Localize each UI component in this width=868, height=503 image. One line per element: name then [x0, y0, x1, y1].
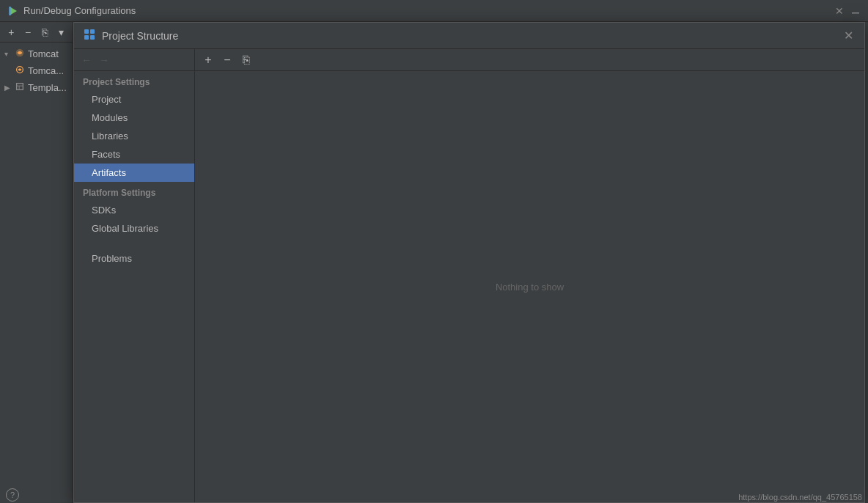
ps-nav-problems[interactable]: Problems: [74, 249, 194, 268]
tomcat-group: ▾ Tomcat: [0, 45, 73, 79]
svg-rect-1: [9, 7, 11, 15]
ps-copy-btn[interactable]: ⎘: [239, 53, 254, 67]
ps-nav-facets[interactable]: Facets: [74, 145, 194, 164]
project-structure-overlay: Project Structure ✕ ← → Project Settings…: [73, 22, 865, 503]
svg-rect-2: [852, 12, 859, 14]
ps-nav-global-libraries[interactable]: Global Libraries: [74, 219, 194, 238]
window-controls: ✕: [834, 6, 861, 16]
run-debug-icon: [7, 5, 19, 17]
status-bar: https://blog.csdn.net/qq_45765158: [732, 491, 868, 503]
left-panel: + − ⎘ ▾ ▾ Tomcat: [0, 22, 73, 503]
minimize-window-btn[interactable]: [850, 6, 861, 16]
ps-sidebar: ← → Project Settings Project Modules Lib…: [74, 49, 195, 502]
ps-nav-modules[interactable]: Modules: [74, 109, 194, 127]
tomcat-item[interactable]: Tomca...: [0, 62, 73, 79]
svg-rect-10: [84, 35, 89, 40]
svg-rect-11: [90, 35, 95, 40]
ps-main-toolbar: + − ⎘: [195, 49, 864, 71]
templates-chevron-right: ▶: [4, 84, 12, 92]
run-debug-window: Run/Debug Configurations ✕ + − ⎘ ▾ ▾: [0, 0, 868, 503]
ps-title-text: Project Structure: [102, 30, 178, 42]
ps-title-area: Project Structure: [83, 28, 178, 43]
ps-empty-text: Nothing to show: [496, 282, 564, 293]
left-panel-toolbar: + − ⎘ ▾: [0, 22, 73, 43]
templates-group-label: Templa...: [28, 82, 67, 93]
remove-config-btn[interactable]: −: [21, 25, 35, 40]
ps-nav-libraries[interactable]: Libraries: [74, 127, 194, 145]
svg-rect-9: [90, 29, 95, 34]
svg-rect-5: [17, 84, 23, 90]
ps-close-btn[interactable]: ✕: [841, 29, 856, 43]
config-tree: ▾ Tomcat: [0, 43, 73, 503]
run-debug-title-area: Run/Debug Configurations: [7, 5, 136, 17]
platform-settings-header: Platform Settings: [74, 182, 194, 201]
templates-group: ▶ Templa...: [0, 79, 73, 96]
ps-back-btn[interactable]: ←: [80, 54, 93, 67]
run-debug-title-text: Run/Debug Configurations: [23, 5, 136, 16]
templates-icon: [15, 81, 25, 94]
close-window-btn[interactable]: ✕: [834, 6, 845, 16]
ps-empty-message: Nothing to show: [195, 71, 864, 502]
ps-nav-sdks[interactable]: SDKs: [74, 201, 194, 219]
add-config-btn[interactable]: +: [4, 25, 18, 40]
tomcat-chevron-down: ▾: [4, 50, 12, 58]
help-btn[interactable]: ?: [6, 488, 19, 502]
copy-config-btn[interactable]: ⎘: [38, 25, 52, 40]
more-config-btn[interactable]: ▾: [54, 25, 68, 40]
ps-main: + − ⎘ Nothing to show: [195, 49, 864, 502]
tomcat-group-label: Tomcat: [28, 48, 59, 59]
ps-title-icon: [83, 28, 96, 43]
project-settings-header: Project Settings: [74, 71, 194, 90]
ps-content: ← → Project Settings Project Modules Lib…: [74, 49, 864, 502]
tomcat-item-icon: [15, 65, 25, 77]
tomcat-group-header[interactable]: ▾ Tomcat: [0, 45, 73, 62]
ps-nav-project[interactable]: Project: [74, 90, 194, 109]
run-debug-titlebar: Run/Debug Configurations ✕: [0, 0, 868, 22]
ps-titlebar: Project Structure ✕: [74, 23, 864, 49]
templates-group-header[interactable]: ▶ Templa...: [0, 79, 73, 96]
ps-add-btn[interactable]: +: [201, 53, 216, 67]
status-url: https://blog.csdn.net/qq_45765158: [738, 493, 862, 502]
tomcat-icon: [15, 48, 25, 60]
ps-nav-toolbar: ← →: [74, 49, 194, 71]
ps-remove-btn[interactable]: −: [220, 53, 235, 67]
tomcat-item-label: Tomca...: [28, 65, 64, 76]
ps-forward-btn[interactable]: →: [98, 54, 111, 67]
ps-nav-artifacts[interactable]: Artifacts: [74, 164, 194, 182]
run-debug-content: + − ⎘ ▾ ▾ Tomcat: [0, 22, 868, 503]
svg-rect-8: [84, 29, 89, 34]
